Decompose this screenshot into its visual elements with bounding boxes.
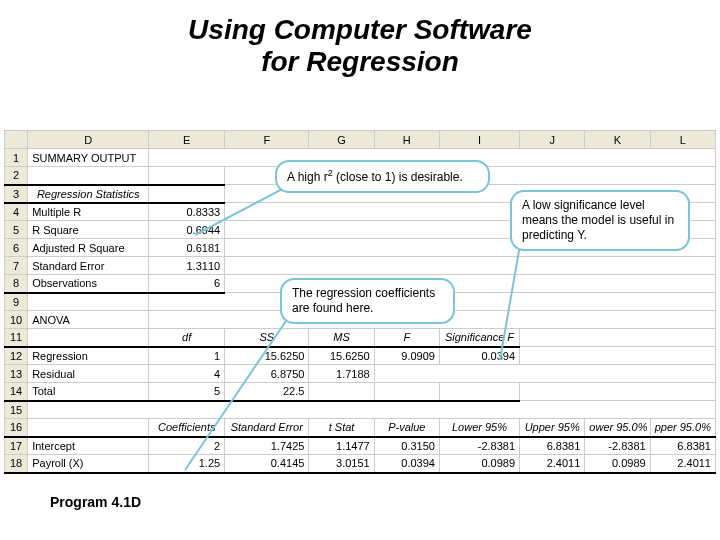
table-row: 7Standard Error1.3110 — [5, 257, 716, 275]
table-row: 11 df SS MS F Significance F — [5, 329, 716, 347]
title-line-1: Using Computer Software — [188, 14, 532, 45]
footer-label: Program 4.1D — [50, 494, 141, 510]
col-F: F — [225, 131, 309, 149]
table-row: 18Payroll (X) 1.25 0.4145 3.0151 0.0394 … — [5, 455, 716, 473]
table-row: 13Residual 4 6.8750 1.7188 — [5, 365, 716, 383]
table-row: 17Intercept 2 1.7425 1.1477 0.3150 -2.83… — [5, 437, 716, 455]
col-J: J — [520, 131, 585, 149]
callout-high-r2: A high r2 (close to 1) is desirable. — [275, 160, 490, 193]
col-D: D — [28, 131, 149, 149]
column-header-row: D E F G H I J K L — [5, 131, 716, 149]
col-K: K — [585, 131, 650, 149]
title-line-2: for Regression — [261, 46, 459, 77]
table-row: 12Regression 1 15.6250 15.6250 9.0909 0.… — [5, 347, 716, 365]
page-title: Using Computer Software for Regression — [0, 0, 720, 78]
table-row: 14Total 5 22.5 — [5, 383, 716, 401]
col-G: G — [309, 131, 374, 149]
callout-significance: A low significance level means the model… — [510, 190, 690, 251]
col-L: L — [650, 131, 715, 149]
table-row: 16 Coefficients Standard Error t Stat P-… — [5, 419, 716, 437]
col-E: E — [149, 131, 225, 149]
corner-cell — [5, 131, 28, 149]
col-I: I — [439, 131, 519, 149]
callout-coefficients: The regression coefficients are found he… — [280, 278, 455, 324]
col-H: H — [374, 131, 439, 149]
table-row: 15 — [5, 401, 716, 419]
